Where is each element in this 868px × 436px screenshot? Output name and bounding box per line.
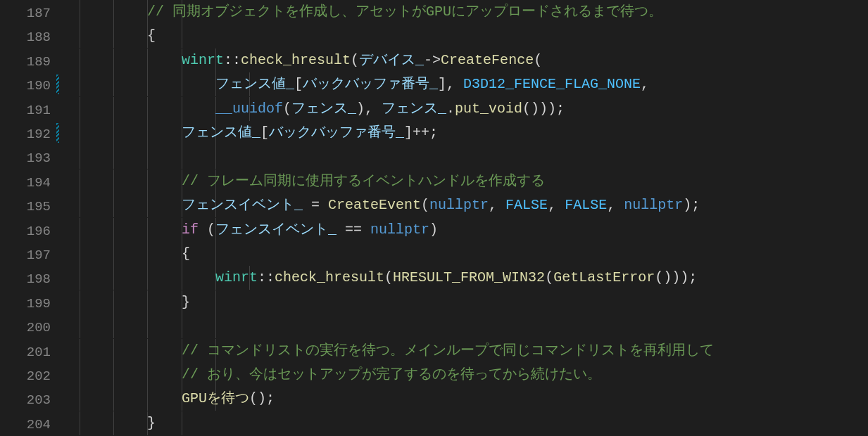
token: GPUを待つ: [182, 390, 249, 406]
line-number: 191: [27, 98, 51, 122]
indent-guide: [182, 411, 182, 435]
token: ],: [438, 76, 463, 92]
indent-guide: [80, 266, 80, 290]
indent-guide: [80, 290, 80, 314]
indent-guide: [113, 72, 114, 96]
token: デバイス_: [359, 52, 424, 68]
token: FALSE: [505, 197, 548, 213]
token: (: [283, 101, 291, 117]
token: [: [260, 124, 269, 141]
indent-guide: [182, 24, 182, 48]
indent-guide: [147, 145, 148, 169]
indent-guide: [80, 121, 80, 145]
indent-guide: [80, 97, 80, 121]
indent-guide: [80, 314, 80, 338]
indent-guide: [80, 411, 80, 435]
code-text: {: [147, 24, 156, 48]
token: HRESULT_FROM_WIN32: [393, 269, 545, 286]
indent-guide: [113, 411, 114, 435]
indent-guide: [80, 24, 80, 48]
indent-guide: [182, 97, 182, 121]
token: // フレーム同期に使用するイベントハンドルを作成する: [182, 173, 545, 189]
token: ,: [489, 197, 505, 213]
token: (: [199, 222, 215, 238]
indent-guide: [113, 290, 114, 314]
indent-guide: [80, 169, 80, 193]
code-text: GPUを待つ();: [182, 387, 275, 411]
token: ::: [224, 52, 241, 68]
token: フェンスイベント_: [215, 222, 336, 238]
indent-guide: [80, 145, 80, 169]
indent-guide: [147, 169, 148, 193]
indent-guide: [113, 24, 114, 48]
indent-guide: [182, 72, 182, 96]
code-text: winrt::check_hresult(HRESULT_FROM_WIN32(…: [215, 266, 697, 290]
code-text: // おり、今はセットアップが完了するのを待ってから続けたい。: [182, 363, 601, 387]
token: FALSE: [565, 197, 607, 213]
indent-guide: [80, 0, 80, 24]
token: __uuidof: [215, 101, 283, 117]
code-editor[interactable]: 1871881891901911921931941951961971981992…: [0, 0, 868, 436]
token: バックバッファ番号_: [269, 124, 404, 141]
line-number: 194: [27, 171, 51, 195]
line-number: 202: [27, 364, 51, 388]
token: (: [545, 269, 553, 286]
indent-guide: [113, 242, 114, 266]
token: .: [446, 101, 455, 117]
code-text: // コマンドリストの実行を待つ。メインループで同じコマンドリストを再利用して: [182, 339, 714, 363]
token: // コマンドリストの実行を待つ。メインループで同じコマンドリストを再利用して: [182, 342, 714, 359]
modified-line-marker: [56, 75, 59, 94]
indent-guide: [113, 193, 114, 217]
line-number: 197: [27, 243, 51, 267]
code-text: フェンスイベント_ = CreateEvent(nullptr, FALSE, …: [182, 193, 700, 217]
token: [: [294, 76, 303, 92]
code-text: {: [182, 242, 190, 266]
indent-guide: [80, 339, 80, 363]
code-text: フェンス値_[バックバッファ番号_], D3D12_FENCE_FLAG_NON…: [215, 72, 649, 96]
line-number: 199: [27, 292, 51, 316]
token: ,: [607, 197, 624, 213]
indent-guide: [215, 145, 216, 169]
token: ();: [249, 390, 275, 406]
token: =: [303, 197, 328, 213]
token: バックバッファ番号_: [303, 76, 438, 92]
indent-guide: [80, 72, 80, 96]
code-text: winrt::check_hresult(デバイス_->CreateFence(: [182, 49, 542, 72]
indent-guide: [147, 363, 148, 387]
indent-guide: [147, 97, 148, 121]
line-number: 196: [27, 219, 51, 243]
token: // 同期オブジェクトを作成し、アセットがGPUにアップロードされるまで待つ。: [147, 4, 662, 20]
token: フェンスイベント_: [182, 197, 303, 213]
line-number: 200: [27, 316, 51, 340]
indent-guide: [147, 314, 148, 338]
token: nullptr: [624, 197, 683, 213]
line-number: 203: [27, 388, 51, 412]
indent-guide: [147, 121, 148, 145]
token: ()));: [522, 101, 565, 117]
line-number: 188: [27, 25, 51, 49]
token: check_hresult: [275, 269, 384, 286]
indent-guide: [113, 314, 114, 338]
indent-guide: [113, 97, 114, 121]
indent-guide: [113, 363, 114, 387]
code-area[interactable]: // 同期オブジェクトを作成し、アセットがGPUにアップロードされるまで待つ。{…: [64, 0, 868, 436]
indent-guide: [113, 266, 114, 290]
token: CreateFence: [441, 52, 534, 68]
indent-guide: [80, 242, 80, 266]
token: (: [351, 52, 359, 68]
token: ,: [548, 197, 565, 213]
indent-guide: [147, 218, 148, 242]
indent-guide: [80, 387, 80, 411]
code-text: }: [182, 290, 190, 314]
token: // おり、今はセットアップが完了するのを待ってから続けたい。: [182, 366, 601, 383]
indent-guide: [182, 145, 182, 169]
token: {: [182, 245, 190, 262]
line-number: 204: [27, 413, 51, 436]
token: フェンス値_: [182, 124, 260, 141]
token: ()));: [655, 269, 697, 286]
line-number: 201: [27, 340, 51, 364]
indent-guide: [147, 387, 148, 411]
token: (: [534, 52, 542, 68]
indent-guide: [147, 290, 148, 314]
code-text: フェンス値_[バックバッファ番号_]++;: [182, 121, 438, 145]
